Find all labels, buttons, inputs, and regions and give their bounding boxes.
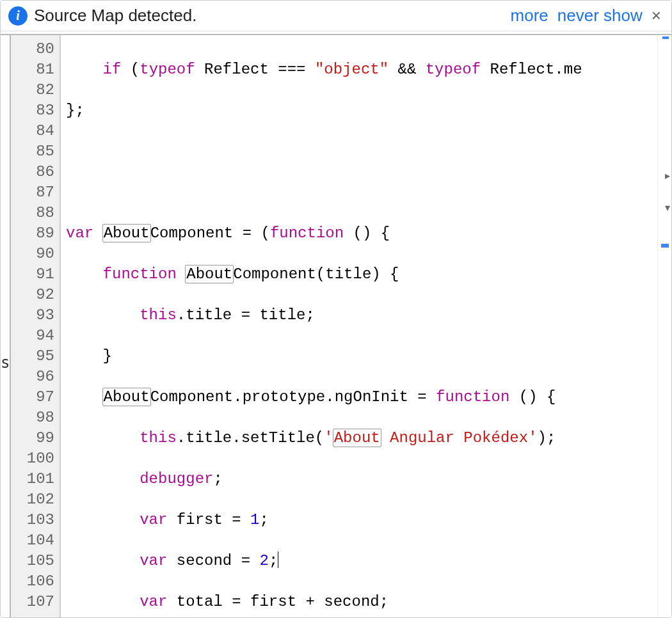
line-number: 99 bbox=[19, 428, 54, 448]
line-number: 103 bbox=[19, 510, 54, 530]
close-icon[interactable]: × bbox=[649, 6, 664, 26]
line-number: 104 bbox=[19, 530, 54, 551]
search-match: About bbox=[333, 429, 381, 447]
line-number: 96 bbox=[19, 367, 54, 387]
text-cursor bbox=[278, 551, 278, 568]
code-content[interactable]: if (typeof Reflect === "object" && typeo… bbox=[61, 35, 657, 617]
search-match: About bbox=[102, 388, 151, 406]
scrollbar-markers[interactable]: ▸ ▾ bbox=[657, 35, 671, 617]
line-number: 93 bbox=[19, 305, 54, 326]
line-number: 88 bbox=[19, 203, 54, 223]
notification-actions: more never show bbox=[511, 6, 643, 26]
line-number-gutter: 8081828384858687888990919293949596979899… bbox=[11, 35, 61, 617]
search-match: About bbox=[102, 224, 151, 242]
line-number: 101 bbox=[19, 469, 54, 489]
line-number: 107 bbox=[19, 592, 54, 612]
line-number: 105 bbox=[19, 551, 54, 571]
code-editor[interactable]: 8081828384858687888990919293949596979899… bbox=[11, 35, 657, 617]
scroll-marker-arrow: ▸ bbox=[665, 170, 670, 182]
scroll-marker-arrow: ▾ bbox=[665, 202, 670, 214]
line-number: 82 bbox=[19, 80, 54, 100]
line-number: 102 bbox=[19, 489, 54, 510]
left-sliver-char: s bbox=[1, 354, 10, 372]
line-number: 91 bbox=[19, 264, 54, 285]
line-number: 98 bbox=[19, 408, 54, 428]
line-number: 90 bbox=[19, 244, 54, 264]
notification-message: Source Map detected. bbox=[34, 6, 504, 26]
never-show-link[interactable]: never show bbox=[557, 6, 643, 26]
devtools-panel: i Source Map detected. more never show ×… bbox=[0, 0, 672, 618]
editor-area: s 80818283848586878889909192939495969798… bbox=[1, 34, 671, 617]
line-number: 100 bbox=[19, 448, 54, 469]
info-icon: i bbox=[8, 6, 28, 26]
line-number: 83 bbox=[19, 100, 54, 121]
line-number: 106 bbox=[19, 571, 54, 592]
line-number: 81 bbox=[19, 59, 54, 80]
left-panel-sliver: s bbox=[1, 35, 11, 617]
more-link[interactable]: more bbox=[511, 6, 548, 26]
line-number: 92 bbox=[19, 285, 54, 305]
scroll-marker bbox=[661, 244, 669, 248]
line-number: 85 bbox=[19, 141, 54, 162]
sourcemap-notification: i Source Map detected. more never show × bbox=[1, 1, 671, 31]
scroll-marker bbox=[662, 36, 669, 39]
line-number: 89 bbox=[19, 223, 54, 244]
line-number: 95 bbox=[19, 346, 54, 367]
line-number: 87 bbox=[19, 182, 54, 203]
line-number: 80 bbox=[19, 39, 54, 59]
line-number: 86 bbox=[19, 162, 54, 182]
line-number: 97 bbox=[19, 387, 54, 408]
line-number: 94 bbox=[19, 326, 54, 346]
search-match: About bbox=[185, 265, 234, 283]
line-number: 84 bbox=[19, 121, 54, 141]
